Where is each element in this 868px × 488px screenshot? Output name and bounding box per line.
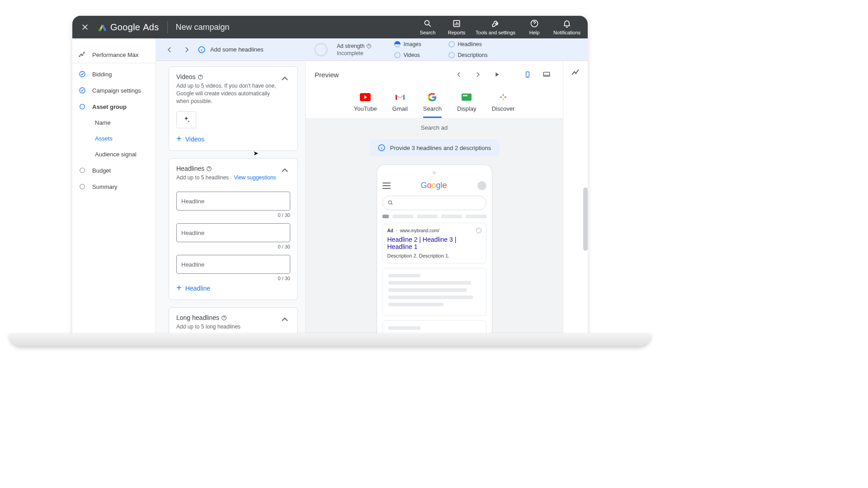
preview-info-message: Provide 3 headlines and 2 descriptions: [369, 139, 499, 156]
video-thumbnail-placeholder[interactable]: [176, 111, 196, 128]
tab-gmail[interactable]: Gmail: [392, 93, 408, 118]
svg-point-1: [425, 20, 429, 25]
circle-icon: [79, 103, 86, 110]
circle-icon: [79, 167, 86, 174]
check-headlines: Headlines: [448, 41, 498, 47]
tab-youtube[interactable]: YouTube: [354, 93, 377, 118]
camera-dot: [433, 171, 436, 174]
svg-point-12: [80, 184, 85, 189]
notifications-label: Notifications: [553, 30, 580, 35]
scrollbar[interactable]: [583, 188, 588, 251]
svg-point-6: [82, 55, 83, 56]
sidebar-item-bidding[interactable]: Bidding: [72, 66, 156, 82]
sidebar-item-summary[interactable]: Summary: [72, 178, 156, 195]
svg-point-24: [388, 201, 392, 204]
campaign-type-label: Performance Max: [92, 52, 139, 58]
mobile-view-button[interactable]: [520, 67, 535, 82]
strength-tip-text: Add some headlines: [210, 46, 310, 53]
help-icon[interactable]: [221, 315, 227, 321]
strength-gauge: [314, 43, 328, 56]
long-headlines-title: Long headlines: [176, 314, 219, 321]
headline-input-2[interactable]: [176, 223, 290, 242]
view-suggestions-link[interactable]: View suggestions: [234, 174, 276, 181]
svg-point-5: [80, 54, 81, 55]
headlines-desc: Add up to 5 headlines View suggestions: [176, 174, 279, 182]
phone-mockup: Google Ad: [377, 164, 492, 337]
chevron-left-icon: [165, 46, 174, 54]
collapse-button[interactable]: [279, 165, 290, 176]
google-icon: [428, 93, 437, 102]
top-bar: Google Ads New campaign Search Reports T…: [72, 16, 588, 38]
desktop-view-button[interactable]: [539, 67, 554, 82]
check-circle-icon: [79, 87, 86, 94]
info-icon: [377, 144, 386, 152]
insights-icon[interactable]: [571, 68, 580, 77]
google-wordmark: Google: [395, 181, 473, 190]
tab-search[interactable]: Search: [423, 93, 442, 118]
preview-prev-button[interactable]: [452, 67, 466, 82]
progress-empty-icon: [448, 41, 455, 47]
search-action[interactable]: Search: [418, 19, 438, 35]
plus-icon: +: [176, 283, 182, 293]
notifications-action[interactable]: Notifications: [553, 19, 580, 35]
tab-discover[interactable]: Discover: [492, 93, 515, 118]
sidebar-item-asset-group[interactable]: Asset group: [72, 99, 156, 115]
long-headlines-card: Long headlines Add up to 5 long headline…: [169, 307, 298, 337]
preview-play-button[interactable]: [490, 67, 504, 82]
reports-label: Reports: [448, 30, 466, 35]
help-icon[interactable]: [366, 43, 372, 49]
svg-point-0: [99, 29, 101, 31]
sidebar-item-campaign-settings[interactable]: Campaign settings: [72, 82, 156, 99]
next-tip-button[interactable]: [180, 43, 193, 56]
discover-icon: [499, 93, 508, 102]
bidding-label: Bidding: [92, 71, 112, 78]
help-icon[interactable]: [198, 74, 203, 80]
prev-tip-button[interactable]: [163, 43, 176, 56]
reports-action[interactable]: Reports: [447, 19, 467, 35]
youtube-icon: [360, 93, 371, 101]
collapse-button[interactable]: [279, 73, 290, 84]
sidebar-sub-audience-signal[interactable]: Audience signal: [72, 146, 156, 162]
plus-icon: +: [176, 134, 182, 144]
headline-input-3[interactable]: [176, 255, 290, 274]
help-icon[interactable]: [206, 166, 212, 172]
display-icon: [462, 94, 472, 101]
tools-label: Tools and settings: [476, 30, 515, 35]
sidebar-campaign-type[interactable]: Performance Max: [72, 47, 156, 63]
gmail-icon: [395, 94, 405, 101]
preview-next-button[interactable]: [471, 67, 485, 82]
ad-url: www.mybrand.com/: [400, 228, 439, 233]
form-column: Videos Add up to 5 videos. If you don't …: [156, 61, 305, 337]
add-headline-label: Headline: [185, 285, 210, 292]
page-title: New campaign: [176, 23, 230, 32]
add-videos-button[interactable]: + Videos: [176, 134, 290, 144]
videos-card: Videos Add up to 5 videos. If you don't …: [169, 66, 298, 151]
sidebar-item-budget[interactable]: Budget: [72, 162, 156, 178]
collapse-button[interactable]: [279, 314, 290, 325]
tools-action[interactable]: Tools and settings: [476, 19, 515, 35]
close-icon[interactable]: [80, 22, 90, 33]
check-descriptions: Descriptions: [448, 52, 498, 58]
svg-point-11: [80, 168, 85, 173]
tab-display[interactable]: Display: [457, 93, 476, 118]
svg-rect-19: [543, 72, 550, 76]
chevron-right-icon: [474, 71, 481, 78]
check-circle-icon: [79, 70, 86, 78]
videos-desc: Add up to 5 videos. If you don't have on…: [176, 82, 279, 105]
sidebar-sub-assets[interactable]: Assets: [72, 131, 156, 146]
bell-icon: [562, 19, 571, 28]
videos-title: Videos: [176, 73, 196, 80]
chevron-right-icon: [183, 46, 191, 54]
help-action[interactable]: Help: [524, 19, 544, 35]
asset-group-label: Asset group: [92, 103, 127, 110]
ad-strength-bar: Add some headlines Ad strength Incomplet…: [156, 38, 588, 61]
add-headline-button[interactable]: + Headline: [176, 283, 290, 293]
preview-tabs: YouTube Gmail Search Display: [306, 88, 563, 118]
headline-input-1[interactable]: [176, 192, 290, 211]
add-videos-label: Videos: [185, 136, 205, 143]
play-icon: [493, 71, 500, 78]
result-skeleton: [382, 268, 486, 316]
preview-column: Preview YouTube: [305, 61, 563, 337]
sidebar-sub-name[interactable]: Name: [72, 115, 156, 131]
preview-title: Preview: [315, 71, 447, 79]
